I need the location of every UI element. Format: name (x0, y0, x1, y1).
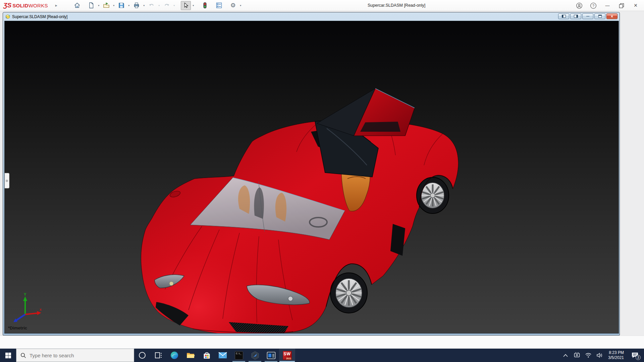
tray-meet-now[interactable] (572, 349, 582, 362)
view-orientation-label: *Dimetric (8, 325, 27, 330)
cortana-icon (138, 351, 146, 359)
start-button[interactable] (0, 349, 16, 362)
windows-logo-icon (5, 353, 11, 358)
menu-flyout-icon[interactable]: ▸ (55, 3, 57, 8)
triad-x-label: x (40, 308, 42, 311)
hexagon-app-icon (251, 351, 260, 360)
open-button[interactable] (101, 1, 111, 10)
help-button[interactable]: ? (586, 0, 600, 11)
main-titlebar: ƷS SOLID WORKS ▸ ▾ (0, 0, 644, 11)
taskbar-app-mail[interactable] (215, 349, 231, 362)
wifi-icon (585, 353, 592, 358)
svg-text:?: ? (592, 4, 594, 8)
solidworks-logo-bold: SOLID (12, 3, 28, 8)
minimize-button[interactable]: — (600, 0, 614, 11)
assembly-document-icon (5, 14, 10, 19)
graphics-viewport[interactable]: Y x *Dimetric (4, 21, 619, 334)
options-dropdown[interactable]: ▾ (238, 1, 243, 10)
account-button[interactable] (572, 0, 586, 11)
status-bar (0, 336, 644, 349)
clock-time: 8:23 PM (608, 350, 624, 355)
display-settings-button[interactable] (214, 1, 224, 10)
open-icon (103, 2, 110, 9)
rebuild-button[interactable] (200, 1, 210, 10)
taskbar-app-terminal[interactable]: C:\_ (231, 349, 247, 362)
tray-volume[interactable] (595, 349, 605, 362)
taskbar-clock[interactable]: 8:23 PM 3/5/2021 (606, 350, 627, 360)
triad-y-label: Y (24, 292, 26, 296)
print-icon (133, 2, 140, 9)
taskbar-app-file-explorer[interactable] (182, 349, 199, 362)
taskbar-app-edge[interactable] (166, 349, 182, 362)
open-dropdown[interactable]: ▾ (111, 1, 116, 10)
taskbar-app-cortana[interactable] (134, 349, 150, 362)
document-restore-button[interactable] (594, 13, 605, 19)
solidworks-logo-light: WORKS (29, 3, 48, 8)
new-document-button[interactable] (86, 1, 96, 10)
taskbar-app-task-view[interactable] (150, 349, 166, 362)
document-close-icon: × (611, 14, 613, 18)
document-window: Supercar.SLDASM [Read-only] (3, 12, 620, 336)
supercar-3d-model[interactable] (5, 21, 619, 334)
options-button[interactable]: ⚙ (228, 1, 238, 10)
quick-access-toolbar: ▾ ▾ ▾ (68, 0, 243, 11)
taskbar-search[interactable] (16, 349, 134, 362)
redo-button[interactable] (162, 1, 172, 10)
minimize-icon: — (586, 15, 589, 18)
panel-tab-handle (6, 180, 8, 182)
pane-left-toggle-button[interactable] (558, 13, 569, 19)
undo-icon (148, 2, 155, 9)
tray-network[interactable] (583, 349, 593, 362)
restore-button[interactable] (614, 0, 629, 11)
close-icon: × (634, 2, 638, 9)
print-button[interactable] (131, 1, 142, 10)
undo-dropdown[interactable]: ▾ (157, 1, 162, 10)
new-document-icon (88, 2, 95, 9)
pane-right-icon (574, 15, 578, 18)
document-close-button[interactable]: × (606, 13, 618, 19)
close-button[interactable]: × (629, 0, 643, 11)
document-restore-icon (598, 15, 602, 18)
feature-manager-collapsed-tab[interactable] (5, 173, 9, 188)
command-prompt-icon: C:\_ (235, 351, 243, 360)
select-cursor-icon (182, 2, 189, 9)
pane-right-toggle-button[interactable] (570, 13, 581, 19)
taskbar-app-hexagon[interactable] (247, 349, 263, 362)
windows-taskbar: C:\_ SW 2021 (0, 349, 644, 362)
taskbar-app-solidworks[interactable]: SW 2021 (279, 349, 295, 362)
task-view-icon (154, 351, 162, 359)
account-icon (576, 2, 583, 9)
solidworks-application: ƷS SOLID WORKS ▸ ▾ (0, 0, 644, 362)
select-tool-button[interactable] (181, 1, 191, 10)
home-icon (74, 2, 80, 9)
taskbar-app-store[interactable] (199, 349, 215, 362)
mail-icon (218, 352, 227, 359)
taskbar-app-media[interactable] (263, 349, 279, 362)
chevron-up-icon (563, 354, 568, 357)
save-dropdown[interactable]: ▾ (126, 1, 131, 10)
action-center-button[interactable]: 3 (628, 349, 642, 362)
redo-dropdown[interactable]: ▾ (172, 1, 177, 10)
solidworks-logo: ƷS SOLID WORKS (3, 2, 48, 9)
new-document-dropdown[interactable]: ▾ (96, 1, 101, 10)
search-input[interactable] (30, 353, 123, 358)
home-button[interactable] (72, 1, 82, 10)
restore-icon (619, 3, 624, 8)
app-client-area: Supercar.SLDASM [Read-only] (0, 11, 644, 349)
document-minimize-button[interactable]: — (582, 13, 593, 19)
print-dropdown[interactable]: ▾ (142, 1, 147, 10)
store-icon (203, 351, 211, 360)
search-icon (20, 353, 26, 358)
system-tray: 8:23 PM 3/5/2021 3 (560, 349, 644, 362)
save-button[interactable] (116, 1, 126, 10)
redo-icon (163, 2, 170, 9)
pane-left-icon (562, 15, 566, 18)
undo-button[interactable] (147, 1, 157, 10)
clock-date: 3/5/2021 (608, 355, 624, 360)
select-tool-dropdown[interactable]: ▾ (191, 1, 196, 10)
solidworks-logo-mark: ƷS (3, 2, 11, 9)
tray-chevron-up[interactable] (560, 349, 571, 362)
save-icon (118, 2, 125, 9)
document-titlebar[interactable]: Supercar.SLDASM [Read-only] (3, 12, 620, 21)
edge-icon (170, 351, 179, 360)
